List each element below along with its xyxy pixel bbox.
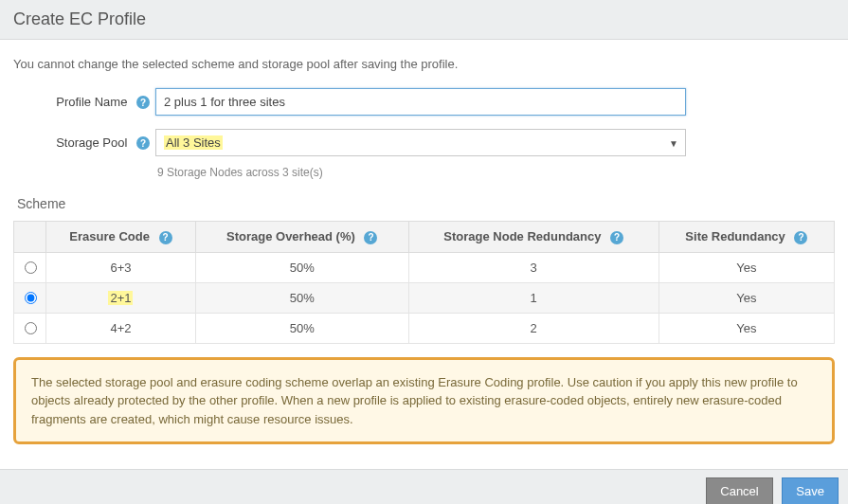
storage-pool-row: Storage Pool ? All 3 Sites ▼ (13, 129, 835, 156)
help-icon[interactable]: ? (364, 231, 377, 244)
scheme-section-title: Scheme (17, 196, 835, 211)
help-icon[interactable]: ? (794, 231, 807, 244)
scheme-row-radio-cell (14, 252, 46, 282)
scheme-row-site-redundancy: Yes (659, 252, 834, 282)
highlighted-text: 2+1 (108, 291, 133, 305)
col-label: Storage Node Redundancy (443, 229, 601, 243)
scheme-col-node-redundancy: Storage Node Redundancy ? (408, 222, 659, 253)
storage-pool-meta-row: 9 Storage Nodes across 3 site(s) (13, 160, 835, 179)
scheme-row-node-redundancy: 2 (408, 313, 659, 343)
cancel-button[interactable]: Cancel (706, 477, 772, 504)
col-label: Storage Overhead (%) (226, 229, 355, 243)
scheme-row-code: 6+3 (46, 252, 196, 282)
storage-pool-selected-value: All 3 Sites (164, 135, 223, 150)
scheme-row-site-redundancy: Yes (659, 282, 834, 313)
scheme-row-overhead: 50% (195, 313, 408, 343)
profile-name-row: Profile Name ? (13, 88, 835, 116)
help-icon[interactable]: ? (610, 231, 623, 244)
scheme-row-radio[interactable] (25, 292, 37, 304)
scheme-row-node-redundancy: 1 (408, 282, 659, 313)
profile-name-label: Profile Name (56, 95, 127, 109)
scheme-row-site-redundancy: Yes (659, 313, 834, 343)
table-row[interactable]: 2+150%1Yes (14, 282, 835, 313)
intro-text: You cannot change the selected scheme an… (13, 47, 835, 88)
storage-pool-meta: 9 Storage Nodes across 3 site(s) (155, 160, 686, 179)
dialog-header: Create EC Profile (0, 0, 848, 40)
col-label: Erasure Code (69, 229, 150, 243)
scheme-row-radio[interactable] (25, 261, 37, 274)
scheme-table: Erasure Code ? Storage Overhead (%) ? St… (13, 221, 835, 344)
profile-name-label-cell: Profile Name ? (13, 95, 155, 110)
scheme-row-node-redundancy: 3 (408, 252, 659, 282)
scheme-row-overhead: 50% (195, 282, 408, 313)
help-icon[interactable]: ? (136, 96, 150, 109)
scheme-col-site-redundancy: Site Redundancy ? (659, 222, 834, 253)
save-button[interactable]: Save (782, 477, 839, 504)
scheme-row-radio-cell (14, 282, 46, 313)
scheme-row-code: 2+1 (46, 282, 196, 313)
scheme-col-erasure: Erasure Code ? (46, 222, 196, 253)
storage-pool-select[interactable]: All 3 Sites ▼ (155, 129, 686, 156)
scheme-row-radio[interactable] (25, 322, 37, 334)
help-icon[interactable]: ? (159, 231, 172, 244)
scheme-col-radio (14, 222, 46, 253)
storage-pool-label: Storage Pool (56, 135, 127, 150)
dialog-body: You cannot change the selected scheme an… (0, 40, 848, 444)
profile-name-input[interactable] (155, 88, 686, 116)
page-title: Create EC Profile (13, 9, 835, 29)
help-icon[interactable]: ? (136, 136, 150, 150)
col-label: Site Redundancy (685, 229, 785, 243)
scheme-row-radio-cell (14, 313, 46, 343)
table-row[interactable]: 6+350%3Yes (14, 252, 835, 282)
scheme-row-overhead: 50% (195, 252, 408, 282)
dialog-footer: Cancel Save (0, 469, 848, 504)
scheme-col-overhead: Storage Overhead (%) ? (195, 222, 408, 253)
table-row[interactable]: 4+250%2Yes (14, 313, 835, 343)
scheme-row-code: 4+2 (46, 313, 196, 343)
warning-message: The selected storage pool and erasure co… (13, 357, 835, 445)
storage-pool-label-cell: Storage Pool ? (13, 135, 155, 151)
